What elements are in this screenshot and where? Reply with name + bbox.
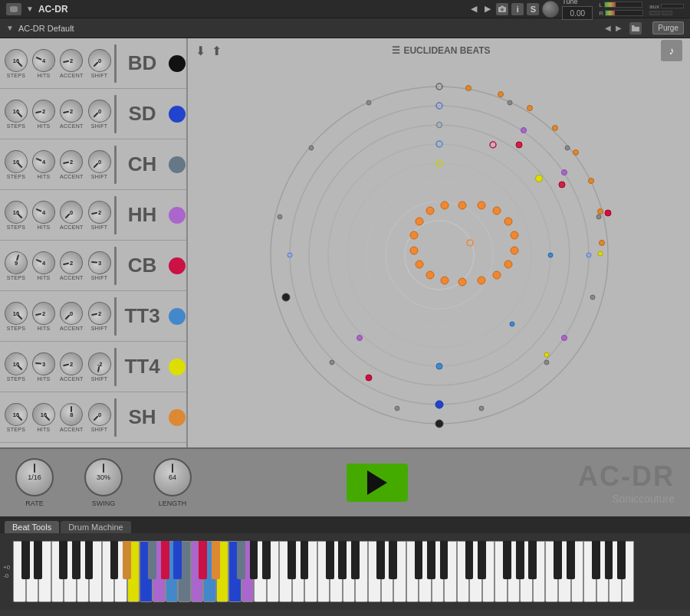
piano-black-key[interactable] (237, 541, 245, 579)
steps-knob-ch[interactable]: 16 (0, 145, 32, 177)
steps-knob-sh[interactable]: 16 (0, 398, 32, 430)
piano-black-key[interactable] (34, 541, 42, 579)
piano-black-key[interactable] (199, 541, 207, 579)
hits-knob-cb[interactable]: 4 (28, 247, 58, 277)
music-icon-button[interactable]: ♪ (661, 40, 682, 61)
steps-knob-tt4[interactable]: 16 (0, 347, 32, 379)
piano-black-key[interactable] (592, 541, 600, 579)
tab-beat-tools[interactable]: Beat Tools (5, 521, 59, 533)
piano-black-key[interactable] (516, 541, 524, 579)
steps-knob-bd[interactable]: 16 (0, 44, 32, 76)
piano-black-key[interactable] (465, 541, 474, 579)
shift-knob-sh[interactable]: 0 (83, 398, 115, 430)
steps-knob-sd[interactable]: 16 (0, 94, 32, 126)
shift-knob-ch[interactable]: 0 (83, 145, 115, 177)
piano-black-key[interactable] (72, 541, 80, 579)
hits-knob-hh[interactable]: 4 (28, 197, 58, 227)
preset-nav-left[interactable]: ◀ (605, 24, 611, 32)
swing-knob[interactable]: 30% (84, 458, 123, 496)
shift-knob-tt4[interactable]: -2 (86, 350, 113, 377)
title-arrow[interactable]: ▼ (26, 5, 34, 13)
instrument-dot-sh[interactable] (169, 409, 186, 426)
accent-knob-hh[interactable]: 0 (55, 195, 87, 228)
shift-knob-bd[interactable]: 0 (83, 44, 115, 76)
upload-icon[interactable]: ⬆ (212, 44, 222, 58)
instrument-dot-tt3[interactable] (169, 308, 186, 325)
hits-knob-ch[interactable]: 4 (28, 146, 58, 176)
steps-knob-tt3[interactable]: 16 (0, 297, 32, 329)
piano-black-key[interactable] (21, 541, 30, 579)
hits-knob-tt4[interactable]: 3 (31, 351, 57, 376)
knob-label-shift: SHIFT (91, 174, 108, 179)
piano-black-key[interactable] (415, 541, 423, 579)
title-nav-right[interactable]: ▶ (482, 4, 493, 14)
shift-knob-sd[interactable]: 0 (83, 94, 115, 126)
preset-nav-right[interactable]: ▶ (616, 24, 622, 32)
piano-black-key[interactable] (389, 541, 397, 579)
shift-knob-tt3[interactable]: 2 (86, 300, 113, 326)
instrument-dot-sd[interactable] (169, 106, 186, 123)
shift-knob-hh[interactable]: 2 (86, 198, 113, 225)
piano-black-key[interactable] (110, 541, 119, 579)
piano-black-key[interactable] (148, 541, 156, 579)
piano-black-key[interactable] (262, 541, 271, 579)
piano-black-key[interactable] (59, 541, 67, 579)
piano-black-key[interactable] (288, 541, 296, 579)
tune-knob[interactable] (542, 1, 559, 18)
purge-button[interactable]: Purge (652, 21, 684, 34)
instrument-dot-bd[interactable] (169, 55, 186, 72)
piano-black-key[interactable] (478, 541, 486, 579)
instrument-dot-tt4[interactable] (169, 359, 186, 375)
title-nav-left[interactable]: ◀ (468, 4, 479, 14)
accent-knob-sd[interactable]: 2 (58, 97, 85, 124)
hits-knob-sd[interactable]: 2 (30, 97, 57, 124)
camera-icon[interactable] (496, 3, 508, 15)
piano-black-key[interactable] (326, 541, 334, 579)
piano-black-key[interactable] (351, 541, 360, 579)
piano-black-key[interactable] (605, 541, 613, 579)
accent-knob-tt4[interactable]: 2 (58, 350, 85, 377)
piano-black-key[interactable] (567, 541, 575, 579)
rate-knob[interactable]: 1/16 (15, 458, 54, 496)
accent-knob-sh[interactable]: 8 (60, 403, 83, 426)
length-knob[interactable]: 64 (153, 458, 192, 496)
piano-black-key[interactable] (376, 541, 385, 579)
shift-knob-cb[interactable]: 3 (87, 250, 112, 275)
s-icon[interactable]: S (527, 3, 539, 15)
piano-black-key[interactable] (85, 541, 94, 579)
hits-knob-bd[interactable]: 4 (28, 45, 58, 75)
piano-black-key[interactable] (173, 541, 182, 579)
piano-black-key[interactable] (250, 541, 258, 579)
accent-knob-cb[interactable]: 2 (58, 249, 85, 276)
preset-folder-icon[interactable] (629, 22, 642, 34)
piano-black-key[interactable] (338, 541, 347, 579)
piano-black-key[interactable] (440, 541, 449, 579)
piano-black-key[interactable] (503, 541, 511, 579)
piano-black-key[interactable] (617, 541, 626, 579)
piano-black-key[interactable] (554, 541, 562, 579)
piano-black-key[interactable] (212, 541, 220, 579)
svg-point-47 (511, 247, 518, 254)
steps-knob-hh[interactable]: 16 (0, 195, 32, 228)
instrument-dot-hh[interactable] (169, 207, 186, 224)
preset-arrow[interactable]: ▼ (6, 24, 14, 32)
accent-knob-ch[interactable]: 2 (58, 148, 85, 175)
instrument-dot-ch[interactable] (169, 156, 186, 173)
hits-knob-tt3[interactable]: 2 (30, 300, 57, 326)
tab-drum-machine[interactable]: Drum Machine (61, 521, 131, 533)
play-button[interactable] (347, 464, 408, 502)
menu-icon[interactable]: ☰ (392, 45, 400, 56)
steps-knob-cb[interactable]: 9 (2, 248, 30, 277)
piano-black-key[interactable] (427, 541, 435, 579)
piano-black-key[interactable] (528, 541, 537, 579)
accent-knob-tt3[interactable]: 0 (55, 297, 87, 329)
download-icon[interactable]: ⬇ (196, 44, 205, 58)
piano-black-key[interactable] (123, 541, 131, 579)
piano-black-key[interactable] (301, 541, 309, 579)
piano-black-key[interactable] (161, 541, 169, 579)
knob-value-accent: 0 (70, 310, 73, 316)
accent-knob-bd[interactable]: 2 (58, 47, 85, 74)
hits-knob-sh[interactable]: 16 (28, 398, 60, 430)
info-icon[interactable]: i (511, 3, 524, 15)
instrument-dot-cb[interactable] (169, 257, 186, 274)
